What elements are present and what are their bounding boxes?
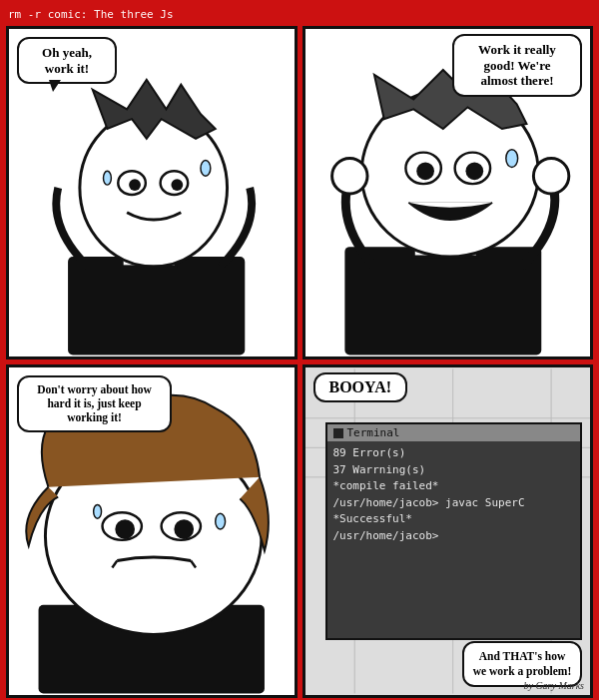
terminal-titlebar: Terminal: [327, 424, 581, 441]
terminal-line-6: /usr/home/jacob>: [333, 528, 575, 545]
panel-1: Oh yeah, work it!: [6, 26, 298, 359]
panel1-speech: Oh yeah, work it!: [17, 37, 117, 84]
panel4-booya: BOOYA!: [313, 372, 408, 402]
title-bar: rm -r comic: The three Js: [4, 4, 595, 24]
comic-container: rm -r comic: The three Js Oh yeah, work …: [0, 0, 599, 700]
svg-point-8: [201, 161, 211, 177]
panel-2: Work it really good! We're almost there!: [302, 26, 594, 359]
svg-point-9: [104, 171, 112, 185]
byline: by Gary Marks: [523, 680, 584, 691]
svg-point-20: [533, 159, 568, 194]
terminal-line-1: 89 Error(s): [333, 445, 575, 462]
terminal-line-2: 37 Warrning(s): [333, 462, 575, 479]
svg-rect-0: [68, 257, 245, 354]
svg-point-6: [129, 179, 141, 191]
panel2-speech: Work it really good! We're almost there!: [452, 34, 582, 97]
terminal-window: Terminal 89 Error(s) 37 Warrning(s) *com…: [325, 422, 583, 640]
title-text: rm -r comic: The three Js: [8, 8, 174, 21]
terminal-line-3: *compile failed*: [333, 478, 575, 495]
terminal-line-5: *Successful*: [333, 511, 575, 528]
terminal-line-4: /usr/home/jacob> javac SuperC: [333, 495, 575, 512]
svg-point-16: [416, 162, 434, 180]
panel3-speech: Don't worry about how hard it is, just k…: [17, 375, 172, 432]
svg-point-31: [94, 504, 102, 518]
panel-4: BOOYA! Terminal 89 Error(s) 37 Warrning(…: [302, 364, 594, 698]
svg-point-17: [465, 162, 483, 180]
svg-point-30: [216, 513, 226, 529]
svg-point-19: [331, 159, 366, 194]
svg-point-7: [171, 179, 183, 191]
panel-3: Don't worry about how hard it is, just k…: [6, 364, 298, 698]
svg-point-27: [174, 519, 194, 539]
terminal-btn: [333, 428, 343, 438]
terminal-title: Terminal: [347, 426, 400, 439]
svg-point-26: [115, 519, 135, 539]
svg-point-18: [505, 150, 517, 168]
terminal-body: 89 Error(s) 37 Warrning(s) *compile fail…: [327, 441, 581, 548]
